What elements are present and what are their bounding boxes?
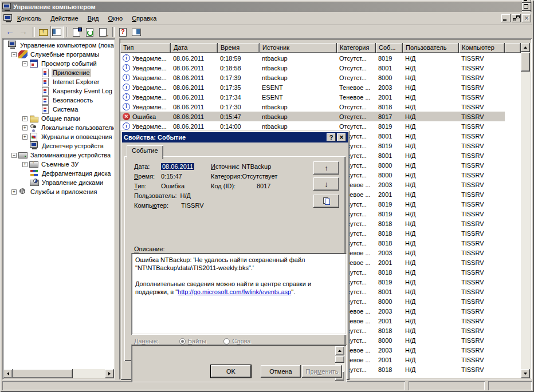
- event-code: 2001: [376, 189, 403, 199]
- menu-view[interactable]: Вид: [83, 13, 104, 23]
- tree-item[interactable]: +Общие папки: [3, 114, 114, 123]
- scroll-down-icon[interactable]: [521, 369, 530, 378]
- tree: Управление компьютером (локаль−Служебные…: [3, 39, 114, 369]
- menu-help[interactable]: Справка: [127, 13, 161, 23]
- column-header-time[interactable]: Время: [218, 43, 260, 53]
- expand-icon[interactable]: +: [11, 189, 17, 195]
- collapse-icon[interactable]: −: [11, 153, 17, 158]
- event-row[interactable]: Ошибка08.06.20110:15:47ntbackupОтсутст..…: [120, 112, 505, 121]
- expand-icon[interactable]: +: [22, 162, 28, 167]
- menu-action[interactable]: Действие: [46, 13, 83, 23]
- scroll-up-icon[interactable]: [521, 43, 530, 52]
- event-computer: TISSRV: [459, 277, 505, 287]
- forward-button[interactable]: [17, 26, 30, 38]
- expand-icon[interactable]: +: [22, 134, 28, 140]
- event-code: 8018: [376, 238, 403, 248]
- help-button[interactable]: [117, 26, 130, 38]
- copy-button[interactable]: [313, 195, 339, 208]
- event-row[interactable]: Уведомле...08.06.20110:17:35ESENTТеневое…: [120, 82, 505, 92]
- event-code: 8018: [376, 102, 403, 112]
- tree-item[interactable]: −Служебные программы: [3, 50, 114, 59]
- properties-button[interactable]: [70, 26, 84, 38]
- ok-button[interactable]: OK: [211, 365, 251, 378]
- event-computer: TISSRV: [459, 238, 505, 248]
- tree-item[interactable]: Безопасность: [3, 96, 114, 105]
- tree-item[interactable]: Управление дисками: [3, 178, 114, 187]
- pane-splitter[interactable]: [115, 38, 119, 379]
- cancel-button[interactable]: Отмена: [261, 365, 301, 378]
- column-header-date[interactable]: Дата: [171, 43, 218, 53]
- dialog-help-icon[interactable]: [327, 133, 336, 141]
- expand-icon[interactable]: +: [22, 116, 28, 121]
- tree-item[interactable]: Система: [3, 105, 114, 114]
- scroll-left-icon[interactable]: [3, 369, 13, 378]
- menu-console[interactable]: Консоль: [13, 13, 46, 23]
- log-icon: [41, 105, 50, 113]
- back-button[interactable]: [4, 26, 17, 38]
- next-event-button[interactable]: ↓: [313, 177, 339, 191]
- maximize-icon[interactable]: [522, 3, 531, 11]
- tree-item[interactable]: Управление компьютером (локаль: [3, 41, 114, 50]
- event-row[interactable]: Уведомле...08.06.20110:17:34ESENTТеневое…: [120, 92, 505, 102]
- event-row[interactable]: Уведомле...08.06.20110:17:39ntbackupОтсу…: [120, 73, 505, 82]
- event-computer: TISSRV: [459, 141, 505, 151]
- tree-item[interactable]: Диспетчер устройств: [3, 141, 114, 151]
- event-row[interactable]: Уведомле...08.06.20110:18:59ntbackupОтсу…: [120, 53, 505, 63]
- expand-icon[interactable]: +: [22, 125, 28, 130]
- event-user: Н/Д: [403, 102, 459, 112]
- tree-item[interactable]: +Локальные пользователи: [3, 123, 114, 132]
- menu-window[interactable]: Окно: [104, 13, 128, 23]
- tree-item[interactable]: +Съемные ЗУ: [3, 160, 114, 169]
- tree-item[interactable]: −Просмотр событий: [3, 59, 114, 68]
- tree-item[interactable]: +Службы и приложения: [3, 187, 114, 196]
- scroll-right-icon[interactable]: [105, 369, 114, 378]
- mdi-restore-icon[interactable]: [512, 14, 521, 22]
- event-row[interactable]: Уведомле...08.06.20110:18:58ntbackupОтсу…: [120, 63, 505, 73]
- dialog-close-icon[interactable]: [337, 133, 346, 141]
- column-header-computer[interactable]: Компьютер: [459, 43, 505, 53]
- window-titlebar[interactable]: Управление компьютером: [2, 2, 532, 12]
- event-source: ESENT: [260, 82, 337, 92]
- column-header-source[interactable]: Источник: [260, 43, 337, 53]
- tree-item[interactable]: Приложение: [3, 68, 114, 77]
- id-label: Код (ID):: [211, 183, 242, 189]
- export-list-button[interactable]: [97, 26, 110, 38]
- event-row[interactable]: Уведомле...08.06.20110:14:00ntbackupОтсу…: [120, 121, 505, 131]
- column-header-user[interactable]: Пользователь: [403, 43, 459, 53]
- refresh-button[interactable]: [84, 26, 97, 38]
- mdi-close-icon[interactable]: [522, 14, 531, 22]
- event-user: Н/Д: [403, 296, 459, 306]
- tree-item[interactable]: −Запоминающие устройства: [3, 151, 114, 160]
- bytes-radio[interactable]: [179, 338, 186, 345]
- tree-item[interactable]: +Журналы и оповещения пр: [3, 132, 114, 141]
- tree-item[interactable]: Kaspersky Event Log: [3, 86, 114, 96]
- column-header-event[interactable]: Соб...: [376, 43, 403, 53]
- scrollbar-thumb[interactable]: [521, 53, 530, 72]
- collapse-icon[interactable]: −: [22, 61, 28, 66]
- collapse-icon[interactable]: −: [11, 52, 17, 57]
- column-header-category[interactable]: Категория: [337, 43, 376, 53]
- tree-item[interactable]: Дефрагментация диска: [3, 169, 114, 178]
- scrollbar-thumb[interactable]: [13, 369, 73, 378]
- event-row[interactable]: Уведомле...08.06.20110:17:30ntbackupОтсу…: [120, 102, 505, 112]
- list-vertical-scrollbar[interactable]: [521, 43, 531, 378]
- words-radio[interactable]: [223, 338, 230, 345]
- tree-horizontal-scrollbar[interactable]: [3, 369, 114, 378]
- events-help-link[interactable]: http://go.microsoft.com/fwlink/events.as…: [178, 288, 291, 295]
- scroll-up-icon[interactable]: [335, 346, 344, 355]
- previous-event-button[interactable]: ↑: [313, 161, 339, 175]
- up-one-level-button[interactable]: [37, 26, 50, 38]
- menu-bar: КонсольДействиеВидОкноСправка: [2, 12, 532, 25]
- event-code: 8001: [376, 63, 403, 73]
- dialog-titlebar[interactable]: Свойства: Событие: [122, 132, 348, 142]
- tree-item[interactable]: Internet Explorer: [3, 77, 114, 86]
- scrollbar-thumb[interactable]: [335, 356, 344, 363]
- users-icon: [29, 124, 38, 132]
- tab-event[interactable]: Событие: [127, 145, 163, 159]
- column-header-type[interactable]: Тип: [120, 43, 171, 53]
- apply-button[interactable]: Применить: [302, 365, 342, 378]
- show-hide-console-tree-button[interactable]: [50, 26, 64, 38]
- show-hide-pane-button[interactable]: [130, 26, 143, 38]
- event-user: Н/Д: [403, 306, 459, 316]
- mdi-minimize-icon[interactable]: [501, 14, 511, 22]
